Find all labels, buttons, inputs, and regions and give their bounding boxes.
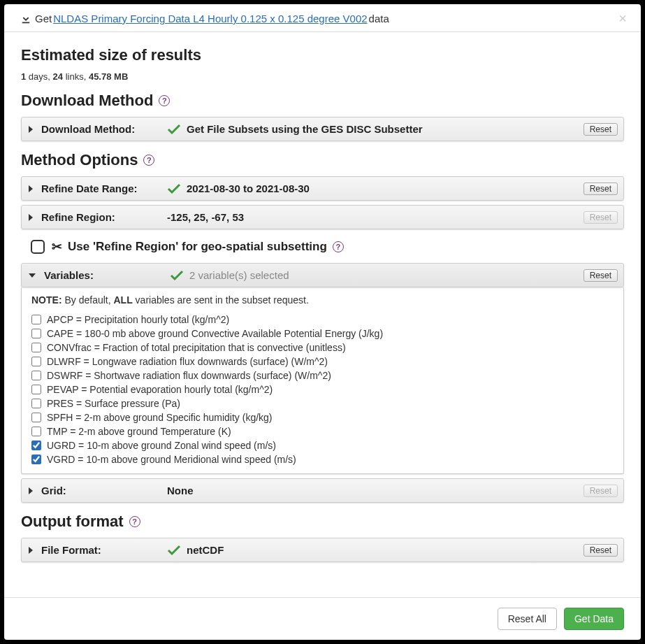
refine-date-value-text: 2021-08-30 to 2021-08-30: [187, 183, 310, 194]
variable-checkbox[interactable]: [31, 371, 41, 380]
variable-checkbox[interactable]: [31, 427, 41, 436]
file-format-row[interactable]: File Format: netCDF Reset: [21, 538, 624, 562]
variable-checkbox[interactable]: [31, 329, 41, 338]
refine-date-label: Refine Date Range:: [41, 183, 167, 194]
caret-right-icon: [29, 214, 33, 221]
refine-date-row[interactable]: Refine Date Range: 2021-08-30 to 2021-08…: [21, 176, 624, 201]
check-icon: [167, 545, 181, 556]
refine-region-value: -125, 25, -67, 53: [167, 211, 244, 223]
download-method-label: Download Method:: [41, 123, 167, 135]
note-mid: By default,: [64, 294, 110, 306]
variable-item: CAPE = 180-0 mb above ground Convective …: [31, 327, 614, 341]
variable-label: PRES = Surface pressure (Pa): [47, 398, 180, 409]
reset-all-button[interactable]: Reset All: [498, 608, 557, 630]
note-all: ALL: [114, 294, 133, 306]
variable-item: SPFH = 2-m above ground Specific humidit…: [31, 410, 614, 424]
grid-value: None: [167, 485, 194, 496]
variable-label: TMP = 2-m above ground Temperature (K): [47, 426, 231, 437]
links-label: links,: [66, 71, 87, 82]
variable-checkbox[interactable]: [31, 441, 41, 450]
geo-subsetting-checkbox[interactable]: [31, 240, 45, 254]
variables-note: NOTE: By default, ALL variables are sent…: [31, 294, 614, 306]
scissors-icon: ✂: [52, 239, 62, 255]
variable-label: DSWRF = Shortwave radiation flux downwar…: [47, 370, 331, 381]
header-data-text: data: [369, 13, 389, 24]
variable-item: DLWRF = Longwave radiation flux downward…: [31, 355, 614, 368]
geo-subsetting-label: ✂ Use 'Refine Region' for geo-spatial su…: [52, 239, 344, 255]
geo-subsetting-row: ✂ Use 'Refine Region' for geo-spatial su…: [21, 234, 624, 263]
variable-label: PEVAP = Potential evaporation hourly tot…: [47, 384, 273, 395]
variable-checkbox[interactable]: [31, 413, 41, 422]
variable-label: CAPE = 180-0 mb above ground Convective …: [47, 328, 383, 339]
download-method-value-text: Get File Subsets using the GES DISC Subs…: [187, 123, 423, 135]
variable-checkbox[interactable]: [31, 315, 41, 324]
refine-region-value-text: -125, 25, -67, 53: [167, 211, 244, 223]
help-icon[interactable]: ?: [333, 241, 344, 252]
file-format-label: File Format:: [41, 544, 167, 556]
caret-right-icon: [29, 487, 33, 494]
grid-row[interactable]: Grid: None Reset: [21, 478, 624, 503]
estimated-summary: 1 days, 24 links, 45.78 MB: [21, 71, 624, 82]
variable-checkbox[interactable]: [31, 357, 41, 366]
estimated-title: Estimated size of results: [21, 46, 624, 64]
variable-checkbox[interactable]: [31, 455, 41, 464]
variable-label: UGRD = 10-m above ground Zonal wind spee…: [47, 440, 276, 451]
variable-checkbox[interactable]: [31, 385, 41, 394]
variables-row[interactable]: Variables: 2 variable(s) selected Reset: [21, 263, 624, 287]
help-icon[interactable]: ?: [129, 516, 140, 527]
check-icon: [167, 183, 181, 194]
output-format-title-text: Output format: [21, 513, 124, 531]
variable-label: DLWRF = Longwave radiation flux downward…: [47, 356, 328, 367]
refine-date-reset-button[interactable]: Reset: [584, 183, 618, 195]
caret-right-icon: [29, 126, 33, 133]
variable-item: CONVfrac = Fraction of total precipitati…: [31, 341, 614, 355]
help-icon[interactable]: ?: [143, 155, 154, 166]
variable-checkbox[interactable]: [31, 343, 41, 352]
modal-header: Get NLDAS Primary Forcing Data L4 Hourly…: [4, 4, 641, 32]
refine-region-label: Refine Region:: [41, 211, 167, 223]
file-format-reset-button[interactable]: Reset: [584, 544, 618, 557]
output-format-title: Output format ?: [21, 513, 624, 531]
caret-down-icon: [29, 273, 36, 278]
variable-checkbox[interactable]: [31, 399, 41, 408]
download-method-value: Get File Subsets using the GES DISC Subs…: [167, 123, 423, 135]
variable-item: PEVAP = Potential evaporation hourly tot…: [31, 382, 614, 396]
size-value: 45.78 MB: [89, 71, 128, 82]
check-icon: [170, 270, 184, 281]
variables-reset-button[interactable]: Reset: [584, 269, 618, 282]
variable-item: DSWRF = Shortwave radiation flux downwar…: [31, 368, 614, 382]
caret-right-icon: [29, 185, 33, 192]
download-method-reset-button[interactable]: Reset: [584, 123, 618, 136]
modal-footer: Reset All Get Data: [4, 597, 641, 640]
file-format-value: netCDF: [167, 544, 224, 556]
modal-body: Estimated size of results 1 days, 24 lin…: [4, 32, 641, 597]
check-icon: [167, 124, 181, 135]
help-icon[interactable]: ?: [159, 95, 170, 106]
variable-item: APCP = Precipitation hourly total (kg/m^…: [31, 313, 614, 327]
variable-item: VGRD = 10-m above ground Meridional wind…: [31, 452, 614, 466]
variable-item: PRES = Surface pressure (Pa): [31, 396, 614, 410]
note-suffix: variables are sent in the subset request…: [136, 294, 309, 306]
variables-list: APCP = Precipitation hourly total (kg/m^…: [31, 313, 614, 466]
variable-label: VGRD = 10-m above ground Meridional wind…: [47, 454, 296, 465]
variable-label: APCP = Precipitation hourly total (kg/m^…: [47, 314, 229, 325]
caret-right-icon: [29, 547, 33, 554]
note-prefix: NOTE:: [31, 294, 62, 306]
close-icon[interactable]: ×: [618, 11, 627, 25]
download-icon: [21, 14, 31, 24]
links-value: 24: [53, 71, 63, 82]
header-get-text: Get: [35, 13, 52, 24]
variable-label: CONVfrac = Fraction of total precipitati…: [47, 342, 346, 353]
dataset-link[interactable]: NLDAS Primary Forcing Data L4 Hourly 0.1…: [53, 13, 367, 24]
download-method-row[interactable]: Download Method: Get File Subsets using …: [21, 117, 624, 141]
refine-region-reset-button: Reset: [584, 211, 618, 224]
modal-dialog: Get NLDAS Primary Forcing Data L4 Hourly…: [4, 4, 641, 640]
variables-summary: 2 variable(s) selected: [170, 269, 289, 281]
refine-date-value: 2021-08-30 to 2021-08-30: [167, 183, 310, 194]
variable-label: SPFH = 2-m above ground Specific humidit…: [47, 412, 273, 423]
refine-region-row[interactable]: Refine Region: -125, 25, -67, 53 Reset: [21, 205, 624, 229]
download-method-title-text: Download Method: [21, 92, 153, 110]
get-data-button[interactable]: Get Data: [564, 608, 624, 630]
days-label: days,: [29, 71, 50, 82]
method-options-title-text: Method Options: [21, 151, 138, 169]
